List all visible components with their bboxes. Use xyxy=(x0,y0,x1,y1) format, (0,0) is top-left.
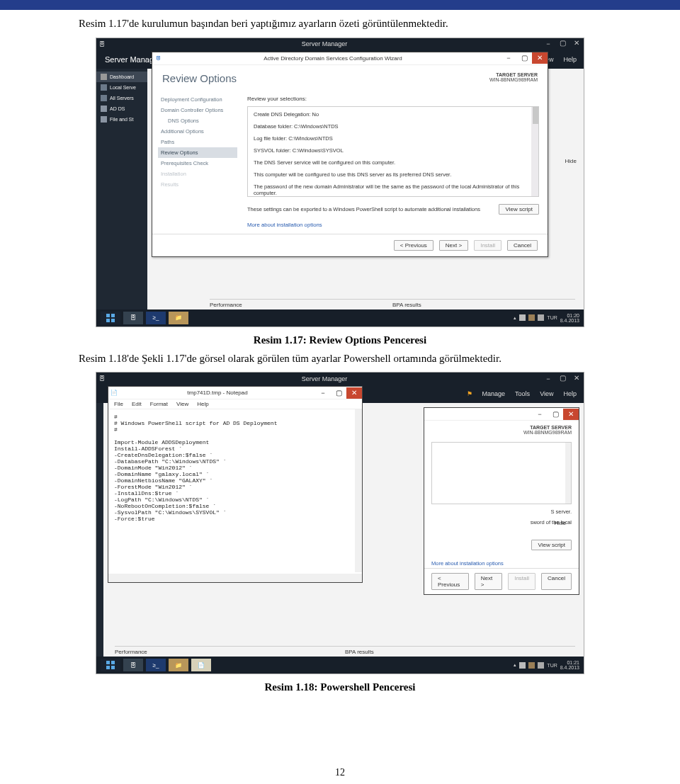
tray-flag-icon[interactable] xyxy=(519,662,526,669)
tray-network-icon[interactable] xyxy=(528,662,535,669)
minimize-button[interactable]: － xyxy=(532,409,548,420)
taskbar-server-manager[interactable]: 🗄 xyxy=(123,312,143,324)
tray-sound-icon[interactable] xyxy=(538,662,544,669)
review-line: The DNS Server service will be configure… xyxy=(254,159,533,166)
taskbar-explorer[interactable]: 📁 xyxy=(169,659,188,671)
taskbar: 🗄 ≥_ 📁 📄 ▴ TUR 01:21 8.4.2013 xyxy=(96,657,584,674)
review-scrollbox[interactable]: Create DNS Delegation: No Database folde… xyxy=(247,106,539,197)
maximize-button[interactable]: ▢ xyxy=(555,374,570,384)
tray-up-icon[interactable]: ▴ xyxy=(514,662,516,668)
previous-button[interactable]: < Previous xyxy=(431,573,469,590)
review-scrollbox[interactable] xyxy=(431,442,572,504)
start-button[interactable] xyxy=(101,659,120,671)
sidebar-item-label: File and St xyxy=(110,117,133,122)
menu-help[interactable]: Help xyxy=(563,390,577,397)
notepad-window-controls: － ▢ ✕ xyxy=(315,387,362,399)
tray-network-icon[interactable] xyxy=(528,314,535,321)
sidebar-item-dashboard[interactable]: Dashboard xyxy=(96,72,147,82)
menu-help[interactable]: Help xyxy=(197,401,208,407)
nav-prereq-check[interactable]: Prerequisites Check xyxy=(158,158,237,169)
scrollbar-vertical[interactable] xyxy=(355,409,362,572)
taskbar-right: ▴ TUR 01:20 8.4.2013 xyxy=(188,313,579,323)
review-line: This computer will be configured to use … xyxy=(254,171,533,178)
minimize-button[interactable]: － xyxy=(541,39,555,49)
svg-rect-3 xyxy=(111,319,115,322)
nav-additional-options[interactable]: Additional Options xyxy=(158,126,237,137)
menu-file[interactable]: File xyxy=(114,401,123,407)
paragraph-1-rest: kurulumun başından beri yaptığımız ayarl… xyxy=(142,18,448,29)
taskbar-explorer[interactable]: 📁 xyxy=(169,312,188,324)
start-button[interactable] xyxy=(101,312,120,324)
nav-paths[interactable]: Paths xyxy=(158,137,237,147)
scrollbar-horizontal[interactable] xyxy=(108,574,362,582)
sidebar-item-all-servers[interactable]: All Servers xyxy=(96,93,147,103)
wizard-partial: － ▢ ✕ TARGET SERVER WIN-8BNMG989RAM xyxy=(424,407,579,595)
nav-dc-options[interactable]: Domain Controller Options xyxy=(158,105,237,115)
maximize-button[interactable]: ▢ xyxy=(548,409,563,420)
target-label: TARGET SERVER xyxy=(489,72,538,77)
next-button[interactable]: Next > xyxy=(439,240,468,251)
minimize-button[interactable]: － xyxy=(501,52,516,64)
sm-bottom-panels: Performance BPA results xyxy=(115,646,575,655)
menu-view[interactable]: View xyxy=(176,401,188,407)
maximize-button[interactable]: ▢ xyxy=(516,52,532,64)
scrollbar-vertical[interactable] xyxy=(565,443,571,504)
nav-deployment-config[interactable]: Deployment Configuration xyxy=(158,94,237,105)
scrollbar-vertical[interactable] xyxy=(531,107,538,196)
sidebar-item-local-server[interactable]: Local Serve xyxy=(96,82,147,93)
view-script-button[interactable]: View script xyxy=(531,540,572,550)
sidebar-item-file-storage[interactable]: File and St xyxy=(96,114,147,125)
tray-up-icon[interactable]: ▴ xyxy=(514,315,516,321)
taskbar-notepad[interactable]: 📄 xyxy=(191,659,211,671)
taskbar-powershell[interactable]: ≥_ xyxy=(146,312,166,324)
tray-language[interactable]: TUR xyxy=(547,315,557,320)
tray-sound-icon[interactable] xyxy=(538,314,544,321)
tray-flag-icon[interactable] xyxy=(519,314,526,321)
nav-review-options[interactable]: Review Options xyxy=(158,147,237,158)
maximize-button[interactable]: ▢ xyxy=(331,387,346,399)
server-icon xyxy=(101,84,107,91)
next-button[interactable]: Next > xyxy=(475,573,502,590)
paragraph-2: Resim 1.18'de Şekli 1.17'de görsel olara… xyxy=(53,351,627,367)
menu-edit[interactable]: Edit xyxy=(132,401,142,407)
close-button[interactable]: ✕ xyxy=(346,387,362,399)
nav-dns-options[interactable]: DNS Options xyxy=(158,115,237,126)
scrollbar-thumb[interactable] xyxy=(533,107,538,124)
menu-tools[interactable]: Tools xyxy=(515,390,530,397)
wizard-titlebar: ⛨ Active Directory Domain Services Confi… xyxy=(152,52,548,65)
menu-view[interactable]: View xyxy=(540,390,553,397)
maximize-button[interactable]: ▢ xyxy=(555,39,570,49)
more-link[interactable]: More about installation options xyxy=(424,556,579,568)
flag-icon[interactable]: ⚑ xyxy=(467,390,472,397)
previous-button[interactable]: < Previous xyxy=(394,240,434,251)
menu-help[interactable]: Help xyxy=(563,56,577,63)
wizard-content: Deployment Configuration Domain Controll… xyxy=(152,90,548,234)
close-button[interactable]: ✕ xyxy=(570,39,584,49)
menu-manage[interactable]: Manage xyxy=(482,390,506,397)
tray-clock[interactable]: 01:21 8.4.2013 xyxy=(560,660,579,670)
wizard-header: TARGET SERVER WIN-8BNMG989RAM xyxy=(424,421,579,439)
taskbar-server-manager[interactable]: 🗄 xyxy=(123,659,143,671)
tray-date: 8.4.2013 xyxy=(560,318,579,323)
more-link[interactable]: More about installation options xyxy=(247,222,539,228)
notepad-body[interactable]: # # Windows PowerShell script for AD DS … xyxy=(108,409,362,582)
target-value: WIN-8BNMG989RAM xyxy=(489,77,538,82)
wizard-window-controls: － ▢ ✕ xyxy=(501,52,548,64)
close-button[interactable]: ✕ xyxy=(563,409,579,420)
sidebar-item-adds[interactable]: AD DS xyxy=(96,103,147,114)
tray-clock[interactable]: 01:20 8.4.2013 xyxy=(560,313,579,323)
view-script-button[interactable]: View script xyxy=(499,204,539,215)
close-button[interactable]: ✕ xyxy=(570,374,584,384)
cancel-button[interactable]: Cancel xyxy=(507,240,538,251)
cancel-button[interactable]: Cancel xyxy=(541,573,572,590)
tray-language[interactable]: TUR xyxy=(547,663,557,668)
minimize-button[interactable]: － xyxy=(541,374,555,384)
hide-button[interactable]: Hide xyxy=(555,520,566,526)
sidebar-item-label: All Servers xyxy=(110,96,134,101)
menu-format[interactable]: Format xyxy=(150,401,168,407)
close-button[interactable]: ✕ xyxy=(532,52,548,64)
taskbar-powershell[interactable]: ≥_ xyxy=(146,659,166,671)
page-number: 12 xyxy=(0,767,680,778)
minimize-button[interactable]: － xyxy=(315,387,331,399)
hide-button[interactable]: Hide xyxy=(565,158,577,164)
